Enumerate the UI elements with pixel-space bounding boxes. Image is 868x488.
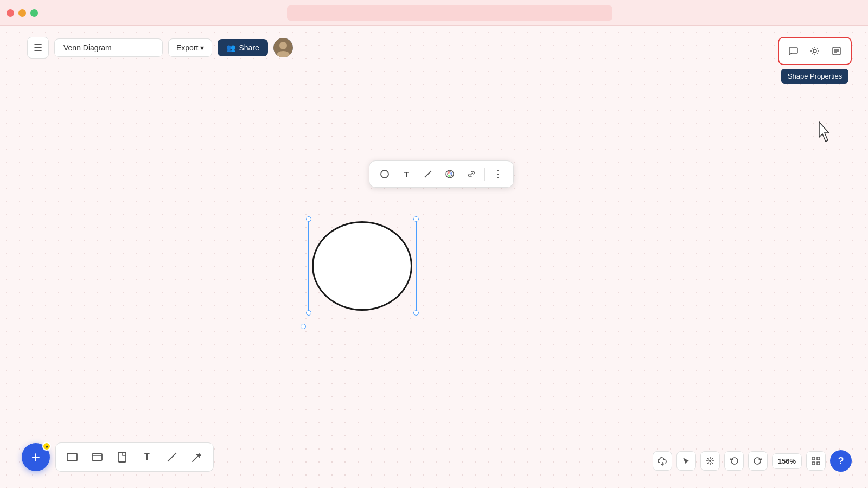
more-icon: ⋮ <box>493 169 503 179</box>
export-label: Export <box>176 43 198 52</box>
zoom-level: 156% <box>772 453 802 469</box>
add-icon: + <box>31 450 40 465</box>
handle-top-right[interactable] <box>413 216 419 222</box>
top-toolbar: ☰ Venn Diagram Export ▾ 👥 Share <box>27 37 293 59</box>
text-icon-bottom: T <box>144 452 150 462</box>
cursor-mode-button[interactable] <box>676 451 696 471</box>
export-chevron: ▾ <box>200 43 204 52</box>
pan-tool-button[interactable] <box>700 451 720 471</box>
help-icon: ? <box>838 455 844 467</box>
title-bar-url <box>287 5 612 21</box>
handle-extra[interactable] <box>301 324 306 329</box>
close-dot[interactable] <box>7 9 14 17</box>
add-btn-badge <box>42 442 51 451</box>
export-button[interactable]: Export ▾ <box>168 38 212 57</box>
comment-button[interactable] <box>783 41 803 61</box>
undo-button[interactable] <box>724 451 744 471</box>
handle-bottom-right[interactable] <box>413 310 419 316</box>
color-tool-button[interactable] <box>441 165 458 183</box>
mouse-cursor <box>817 121 834 143</box>
svg-marker-21 <box>198 453 201 456</box>
selected-shape-container[interactable] <box>308 219 416 313</box>
svg-line-10 <box>425 176 426 177</box>
more-options-button[interactable]: ⋮ <box>489 165 507 183</box>
window-controls <box>7 9 38 17</box>
svg-rect-24 <box>812 457 815 460</box>
text-tool-button-bottom[interactable]: T <box>136 446 158 468</box>
svg-point-14 <box>450 172 452 175</box>
user-avatar[interactable] <box>273 38 293 57</box>
share-label: Share <box>239 43 259 52</box>
pen-tool-button[interactable] <box>419 165 437 183</box>
line-tool-button[interactable] <box>161 446 183 468</box>
right-panel-buttons: Shape Properties <box>778 37 852 65</box>
circle-tool-button[interactable] <box>376 165 393 183</box>
text-tool-button[interactable]: T <box>398 165 415 183</box>
bottom-right-controls: 156% ? <box>653 450 852 472</box>
help-button[interactable]: ? <box>830 450 852 472</box>
svg-point-8 <box>381 170 388 178</box>
svg-rect-19 <box>118 452 126 462</box>
svg-point-23 <box>709 460 711 462</box>
toolbar-divider <box>484 168 485 181</box>
edit-notes-button[interactable] <box>827 41 846 61</box>
handle-top-left[interactable] <box>306 216 311 222</box>
svg-line-20 <box>168 453 176 461</box>
text-tool-icon: T <box>404 170 409 179</box>
rectangle-tool-button[interactable] <box>61 446 83 468</box>
svg-point-11 <box>446 170 454 178</box>
canvas-area[interactable]: ☰ Venn Diagram Export ▾ 👥 Share <box>0 26 868 488</box>
panel-icon-group: Shape Properties <box>778 37 852 65</box>
svg-rect-26 <box>812 462 815 465</box>
title-bar <box>0 0 868 26</box>
svg-rect-17 <box>92 454 102 460</box>
shape-properties-tooltip: Shape Properties <box>781 69 848 84</box>
cloud-sync-button[interactable] <box>653 451 672 471</box>
diagram-title[interactable]: Venn Diagram <box>54 38 163 57</box>
svg-rect-25 <box>817 457 820 460</box>
circle-shape[interactable] <box>312 221 412 311</box>
svg-point-15 <box>448 175 450 177</box>
settings-button[interactable] <box>805 41 825 61</box>
minimize-dot[interactable] <box>18 9 26 17</box>
svg-rect-16 <box>67 453 77 461</box>
link-tool-button[interactable] <box>463 165 480 183</box>
maximize-dot[interactable] <box>30 9 38 17</box>
svg-point-1 <box>279 42 287 49</box>
shape-toolbar: T ⋮ <box>369 160 514 188</box>
svg-point-3 <box>813 49 816 53</box>
svg-point-13 <box>448 171 450 174</box>
svg-rect-27 <box>817 462 820 465</box>
title-bar-center <box>38 5 861 21</box>
arrow-tool-button[interactable] <box>186 446 208 468</box>
menu-button[interactable]: ☰ <box>27 37 49 59</box>
handle-bottom-left[interactable] <box>306 310 311 316</box>
share-icon: 👥 <box>226 43 235 52</box>
bottom-toolbar: + T <box>22 442 214 472</box>
share-button[interactable]: 👥 Share <box>218 39 267 56</box>
page-tool-button[interactable] <box>111 446 133 468</box>
add-button[interactable]: + <box>22 443 50 471</box>
frame-tool-button[interactable] <box>86 446 108 468</box>
grid-toggle-button[interactable] <box>806 451 826 471</box>
redo-button[interactable] <box>748 451 768 471</box>
